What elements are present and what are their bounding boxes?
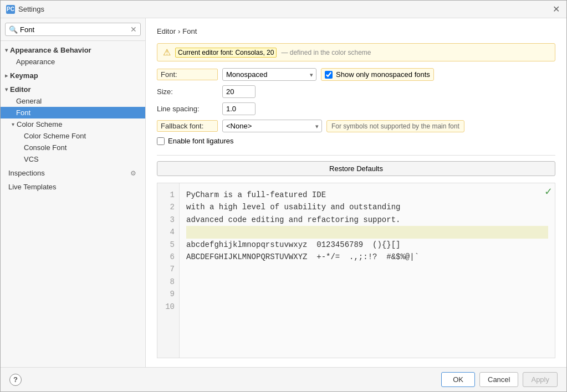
content-area: Editor › Font ⚠ Current editor font: Con… bbox=[146, 18, 566, 367]
line-number: 10 bbox=[162, 301, 175, 313]
fallback-font-hint: For symbols not supported by the main fo… bbox=[326, 120, 464, 132]
line-number: 6 bbox=[162, 251, 175, 263]
breadcrumb: Editor › Font bbox=[157, 27, 555, 35]
preview-checkmark-icon: ✓ bbox=[544, 185, 553, 198]
nav-section-inspections: Inspections ⚙ bbox=[1, 166, 145, 180]
code-line-7 bbox=[186, 263, 548, 275]
sidebar-item-color-scheme-font[interactable]: Color Scheme Font bbox=[1, 130, 145, 142]
code-line-6: ABCDEFGHIJKLMNOPQRSTUVWXYZ +-*/= .,;:!? … bbox=[186, 251, 548, 263]
breadcrumb-parent: Editor bbox=[157, 27, 176, 35]
code-line-5: abcdefghijklmnopqrstuvwxyz 0123456789 ()… bbox=[186, 239, 548, 251]
search-box: 🔍 ✕ bbox=[1, 18, 145, 41]
line-spacing-label: Line spacing: bbox=[157, 105, 218, 113]
show-monospaced-checkbox[interactable] bbox=[325, 71, 333, 79]
footer: ? OK Cancel Apply bbox=[1, 367, 566, 391]
nav-group-label: Keymap bbox=[10, 71, 38, 80]
search-clear-button[interactable]: ✕ bbox=[130, 25, 137, 34]
sidebar-item-console-font[interactable]: Console Font bbox=[1, 142, 145, 153]
sidebar: 🔍 ✕ ▾ Appearance & Behavior Appearance bbox=[1, 18, 146, 367]
warning-highlight: Current editor font: Consolas, 20 bbox=[175, 48, 277, 58]
nav-group-appearance-behavior[interactable]: ▾ Appearance & Behavior bbox=[1, 44, 145, 56]
footer-left: ? bbox=[9, 374, 22, 386]
code-line-3: advanced code editing and refactoring su… bbox=[186, 214, 548, 226]
sidebar-item-vcs[interactable]: VCS bbox=[1, 153, 145, 165]
chevron-down-icon: ▾ bbox=[12, 121, 14, 127]
breadcrumb-separator: › bbox=[178, 27, 180, 35]
fallback-font-select-container: <None> bbox=[222, 120, 322, 132]
ligatures-row: Enable font ligatures bbox=[157, 137, 555, 145]
line-number: 1 bbox=[162, 189, 175, 201]
nav-section-live-templates: Live Templates bbox=[1, 180, 145, 194]
chevron-down-icon: ▾ bbox=[5, 47, 8, 53]
warning-suffix: — defined in the color scheme bbox=[281, 49, 371, 56]
line-number: 3 bbox=[162, 214, 175, 226]
line-number: 7 bbox=[162, 263, 175, 275]
fallback-font-row: Fallback font: <None> For symbols not su… bbox=[157, 120, 555, 132]
size-label: Size: bbox=[157, 87, 218, 96]
line-number: 4 bbox=[162, 226, 175, 238]
size-input[interactable] bbox=[222, 85, 256, 98]
preview-area: 1 2 3 4 5 6 7 8 9 10 PyCharm is a full-f… bbox=[157, 183, 555, 358]
code-preview: PyCharm is a full-featured IDE with a hi… bbox=[180, 183, 555, 358]
nav-sub-group-color-scheme[interactable]: ▾ Color Scheme bbox=[1, 118, 145, 130]
warning-icon: ⚠ bbox=[163, 47, 171, 58]
line-number: 9 bbox=[162, 288, 175, 300]
show-monospaced-label: Show only monospaced fonts bbox=[336, 70, 430, 79]
enable-ligatures-label: Enable font ligatures bbox=[168, 137, 234, 145]
font-select-container: Monospaced bbox=[222, 68, 316, 81]
code-line-10 bbox=[186, 301, 548, 313]
nav-group-label: Appearance & Behavior bbox=[10, 46, 91, 54]
font-select[interactable]: Monospaced bbox=[222, 68, 316, 81]
close-button[interactable]: ✕ bbox=[551, 4, 561, 14]
sidebar-item-font[interactable]: Font bbox=[1, 107, 145, 118]
titlebar-left: PC Settings bbox=[6, 5, 44, 14]
nav-group-editor[interactable]: ▾ Editor bbox=[1, 84, 145, 95]
font-row: Font: Monospaced Show only monospaced fo… bbox=[157, 68, 555, 81]
chevron-down-icon: ▾ bbox=[5, 86, 8, 92]
font-label: Font: bbox=[157, 69, 218, 80]
window-title: Settings bbox=[18, 5, 44, 13]
gear-icon: ⚙ bbox=[130, 169, 136, 177]
sidebar-item-live-templates[interactable]: Live Templates bbox=[1, 181, 145, 193]
code-line-2: with a high level of usability and outst… bbox=[186, 201, 548, 213]
cancel-button[interactable]: Cancel bbox=[479, 372, 518, 387]
code-line-9 bbox=[186, 288, 548, 300]
divider bbox=[157, 155, 555, 156]
code-line-4 bbox=[186, 226, 548, 238]
line-number: 5 bbox=[162, 239, 175, 251]
warning-banner: ⚠ Current editor font: Consolas, 20 — de… bbox=[157, 43, 555, 61]
nav-group-label: Editor bbox=[10, 85, 31, 94]
nav-group-keymap[interactable]: ▸ Keymap bbox=[1, 70, 145, 81]
main-content: 🔍 ✕ ▾ Appearance & Behavior Appearance bbox=[1, 18, 566, 367]
sidebar-item-general[interactable]: General bbox=[1, 95, 145, 107]
titlebar: PC Settings ✕ bbox=[1, 1, 566, 18]
settings-window: PC Settings ✕ 🔍 ✕ ▾ Appearance & B bbox=[0, 0, 567, 392]
app-icon: PC bbox=[6, 5, 15, 14]
fallback-font-select[interactable]: <None> bbox=[222, 120, 322, 132]
code-line-8 bbox=[186, 276, 548, 288]
nav-section-editor: ▾ Editor General Font ▾ Color Scheme bbox=[1, 82, 145, 166]
nav-tree: ▾ Appearance & Behavior Appearance ▸ Key… bbox=[1, 41, 145, 367]
apply-button[interactable]: Apply bbox=[523, 372, 558, 387]
restore-defaults-button[interactable]: Restore Defaults bbox=[157, 161, 555, 176]
nav-section-appearance-behavior: ▾ Appearance & Behavior Appearance bbox=[1, 43, 145, 69]
code-line-1: PyCharm is a full-featured IDE bbox=[186, 189, 548, 201]
line-number: 8 bbox=[162, 276, 175, 288]
search-input-wrapper: 🔍 ✕ bbox=[5, 23, 141, 36]
sidebar-item-inspections[interactable]: Inspections ⚙ bbox=[1, 167, 145, 179]
size-row: Size: bbox=[157, 85, 555, 98]
enable-ligatures-checkbox-label[interactable]: Enable font ligatures bbox=[157, 137, 234, 145]
enable-ligatures-checkbox[interactable] bbox=[157, 137, 165, 145]
search-input[interactable] bbox=[20, 25, 128, 34]
ok-button[interactable]: OK bbox=[441, 372, 475, 387]
help-button[interactable]: ? bbox=[9, 374, 22, 386]
search-icon: 🔍 bbox=[9, 25, 18, 34]
line-number: 2 bbox=[162, 201, 175, 213]
fallback-font-label: Fallback font: bbox=[157, 120, 218, 132]
sidebar-item-appearance[interactable]: Appearance bbox=[1, 56, 145, 68]
nav-section-keymap: ▸ Keymap bbox=[1, 69, 145, 82]
line-spacing-input[interactable] bbox=[222, 102, 256, 115]
show-monospaced-checkbox-label[interactable]: Show only monospaced fonts bbox=[321, 68, 434, 81]
breadcrumb-current: Font bbox=[182, 27, 197, 35]
footer-buttons: OK Cancel Apply bbox=[441, 372, 558, 387]
